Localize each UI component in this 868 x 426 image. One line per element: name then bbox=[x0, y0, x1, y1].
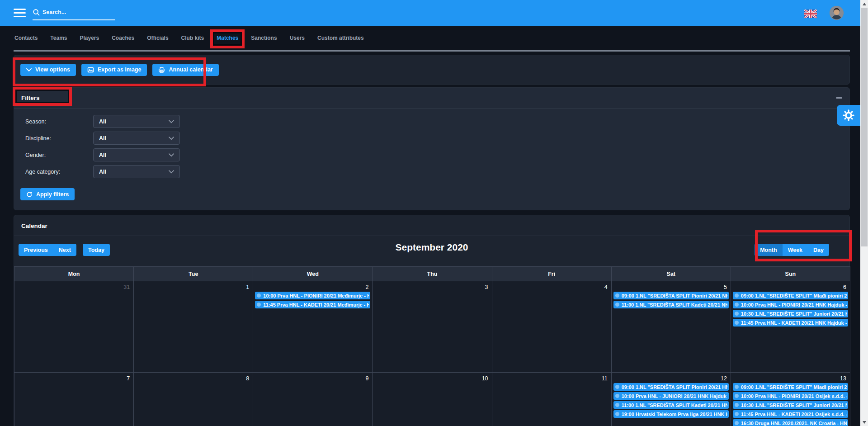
event-text: 11:45 Prva HNL - KADETI 20/21 HNK Hajduk… bbox=[741, 320, 847, 326]
calendar-event[interactable]: 10:30 1.NL "SREDIŠTE SPLIT" Juniori 20/2… bbox=[733, 310, 848, 317]
day-cell-8[interactable]: 8 bbox=[134, 373, 253, 426]
vertical-scrollbar[interactable] bbox=[860, 0, 868, 426]
weekday-header-tue: Tue bbox=[134, 267, 253, 281]
tab-custom-attributes[interactable]: Custom attributes bbox=[316, 33, 365, 43]
select-season-[interactable]: All bbox=[93, 115, 180, 128]
date-number: 13 bbox=[731, 373, 850, 383]
day-cell-11[interactable]: 11 bbox=[492, 373, 612, 426]
calendar-event[interactable]: 10:00 Prva HNL - JUNIORI 20/21 HNK Hajdu… bbox=[613, 392, 729, 400]
scroll-down-icon[interactable] bbox=[860, 418, 868, 426]
calendar-event[interactable]: 10:00 Prva HNL - PIONIRI 20/21 Međimurje… bbox=[255, 292, 370, 299]
filter-row-gender-: Gender:All bbox=[25, 148, 849, 161]
tab-contacts[interactable]: Contacts bbox=[14, 33, 38, 43]
scroll-up-icon[interactable] bbox=[860, 0, 868, 8]
tab-players[interactable]: Players bbox=[79, 33, 100, 43]
day-cell-2[interactable]: 210:00 Prva HNL - PIONIRI 20/21 Međimurj… bbox=[253, 281, 373, 373]
chevron-down-icon bbox=[169, 170, 174, 174]
calendar-event[interactable]: 19:00 Hrvatski Telekom Prva liga 20/21 H… bbox=[613, 410, 729, 418]
view-week-button[interactable]: Week bbox=[783, 244, 808, 256]
apply-filters-button[interactable]: Apply filters bbox=[20, 188, 75, 200]
filter-row-season-: Season:All bbox=[25, 115, 849, 128]
tab-users[interactable]: Users bbox=[289, 33, 306, 43]
select-gender-[interactable]: All bbox=[93, 148, 180, 161]
day-cell-13[interactable]: 1309:00 1.NL "SREDIŠTE SPLIT" Mlađi pion… bbox=[731, 373, 850, 426]
calendar-event[interactable]: 09:00 1.NL "SREDIŠTA SPLIT Pioniri 20/21… bbox=[613, 383, 729, 391]
event-text: 11:00 1.NL "SREDIŠTA SPLIT Kadeti 20/21 … bbox=[622, 402, 727, 408]
export-as-image-button[interactable]: Export as image bbox=[81, 64, 147, 76]
calendar-event[interactable]: 09:00 1.NL "SREDIŠTE SPLIT" Mlađi pionir… bbox=[733, 292, 848, 299]
calendar-event[interactable]: 10:30 1.NL "SREDIŠTE SPLIT" Juniori 20/2… bbox=[733, 401, 848, 409]
calendar-controls: Previous Next Today September 2020 Month… bbox=[14, 236, 849, 266]
date-number: 31 bbox=[14, 281, 133, 292]
search-input[interactable]: Search... bbox=[33, 6, 118, 20]
day-cell-5[interactable]: 509:00 1.NL "SREDIŠTA SPLIT Pioniri 20/2… bbox=[612, 281, 731, 373]
tab-officials[interactable]: Officials bbox=[146, 33, 169, 43]
event-dot-icon bbox=[735, 421, 739, 425]
event-text: 10:30 1.NL "SREDIŠTE SPLIT" Juniori 20/2… bbox=[741, 311, 847, 317]
calendar-event[interactable]: 11:00 1.NL "SREDIŠTA SPLIT Kadeti 20/21 … bbox=[613, 301, 729, 308]
day-cell-3[interactable]: 3 bbox=[373, 281, 492, 373]
day-cell-4[interactable]: 4 bbox=[492, 281, 612, 373]
chevron-down-icon bbox=[26, 68, 32, 72]
view-options-button[interactable]: View options bbox=[20, 64, 76, 76]
event-text: 10:30 1.NL "SREDIŠTE SPLIT" Juniori 20/2… bbox=[741, 402, 847, 408]
tab-coaches[interactable]: Coaches bbox=[111, 33, 135, 43]
view-day-button[interactable]: Day bbox=[808, 244, 829, 256]
date-number: 2 bbox=[253, 281, 372, 292]
settings-button[interactable] bbox=[837, 105, 860, 126]
annual-calendar-button[interactable]: Annual calendar bbox=[152, 64, 218, 76]
search-underline bbox=[33, 19, 115, 20]
event-text: 09:00 1.NL "SREDIŠTA SPLIT Pioniri 20/21… bbox=[622, 293, 727, 298]
events-list: 09:00 1.NL "SREDIŠTA SPLIT Pioniri 20/21… bbox=[612, 383, 731, 418]
day-cell-31[interactable]: 31 bbox=[14, 281, 134, 373]
filter-label: Gender: bbox=[25, 152, 93, 158]
filter-label: Discipline: bbox=[25, 135, 93, 142]
image-icon bbox=[87, 66, 94, 73]
month-title: September 2020 bbox=[14, 242, 849, 253]
annotation-matches-tab bbox=[210, 29, 245, 48]
day-cell-12[interactable]: 1209:00 1.NL "SREDIŠTA SPLIT Pioniri 20/… bbox=[612, 373, 731, 426]
calendar-event[interactable]: 11:45 Prva HNL - KADETI 20/21 Osijek s.d… bbox=[733, 410, 848, 418]
date-number: 12 bbox=[612, 373, 731, 383]
day-cell-1[interactable]: 1 bbox=[134, 281, 253, 373]
tab-club-kits[interactable]: Club kits bbox=[180, 33, 205, 43]
user-avatar[interactable] bbox=[830, 6, 844, 20]
uk-flag-icon[interactable] bbox=[804, 9, 817, 18]
calendar-event[interactable]: 09:00 1.NL "SREDIŠTE SPLIT" Mlađi pionir… bbox=[733, 383, 848, 391]
calendar-event[interactable]: 09:00 1.NL "SREDIŠTA SPLIT Pioniri 20/21… bbox=[613, 292, 729, 299]
view-month-button[interactable]: Month bbox=[755, 244, 782, 256]
tab-teams[interactable]: Teams bbox=[49, 33, 68, 43]
tab-matches[interactable]: Matches bbox=[216, 33, 239, 43]
day-cell-6[interactable]: 609:00 1.NL "SREDIŠTE SPLIT" Mlađi pioni… bbox=[731, 281, 850, 373]
event-dot-icon bbox=[257, 293, 261, 298]
annual-calendar-label: Annual calendar bbox=[169, 66, 212, 73]
menu-icon[interactable] bbox=[14, 9, 26, 17]
date-number: 10 bbox=[373, 373, 491, 383]
scrollbar-thumb[interactable] bbox=[861, 8, 868, 246]
day-cell-9[interactable]: 9 bbox=[253, 373, 373, 426]
collapse-icon[interactable] bbox=[836, 97, 842, 99]
event-text: 10:00 Prva HNL - JUNIORI 20/21 HNK Hajdu… bbox=[622, 393, 727, 399]
apply-filters-label: Apply filters bbox=[36, 191, 69, 198]
calendar-event[interactable]: 16:30 Druga HNL 2020./2021. NK Croatia -… bbox=[733, 419, 848, 426]
calendar-event[interactable]: 11:45 Prva HNL - KADETI 20/21 HNK Hajduk… bbox=[733, 319, 848, 327]
date-number: 5 bbox=[612, 281, 731, 292]
day-cell-10[interactable]: 10 bbox=[373, 373, 492, 426]
calendar-title: Calendar bbox=[21, 222, 47, 229]
date-number: 6 bbox=[731, 281, 850, 292]
tab-sanctions[interactable]: Sanctions bbox=[250, 33, 278, 43]
day-cell-7[interactable]: 7 bbox=[14, 373, 134, 426]
calendar-event[interactable]: 11:00 1.NL "SREDIŠTA SPLIT Kadeti 20/21 … bbox=[613, 401, 729, 409]
select-value: All bbox=[99, 135, 106, 142]
select-discipline-[interactable]: All bbox=[93, 132, 180, 145]
weekday-header-fri: Fri bbox=[492, 267, 612, 281]
event-dot-icon bbox=[615, 412, 619, 416]
events-list: 09:00 1.NL "SREDIŠTE SPLIT" Mlađi pionir… bbox=[731, 292, 850, 327]
event-dot-icon bbox=[615, 303, 619, 307]
toolbar-panel: View options Export as image Annual cale… bbox=[14, 55, 850, 85]
calendar-event[interactable]: 11:45 Prva HNL - KADETI 20/21 Međimurje … bbox=[255, 301, 370, 308]
weekday-header-wed: Wed bbox=[253, 267, 373, 281]
calendar-event[interactable]: 10:00 Prva HNL - PIONIRI 20/21 Osijek s.… bbox=[733, 392, 848, 400]
select-age-category-[interactable]: All bbox=[93, 165, 180, 178]
calendar-event[interactable]: 10:00 Prva HNL - PIONIRI 20/21 HNK Hajdu… bbox=[733, 301, 848, 308]
